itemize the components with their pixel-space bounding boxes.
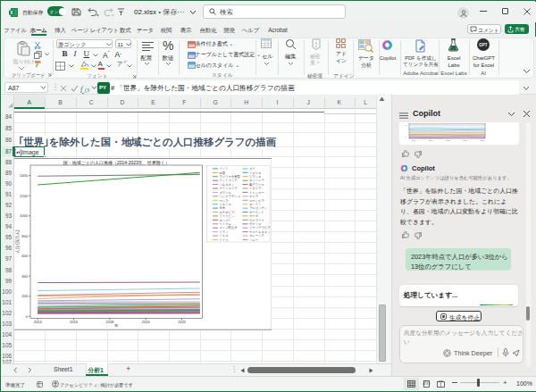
svg-text:フランス: フランス [248,175,260,179]
svg-text:f: f [80,84,84,93]
svg-text:40: 40 [405,124,407,126]
svg-text:2014: 2014 [412,139,417,141]
svg-text:パキスタン: パキスタン [218,183,234,187]
svg-text:タンザニア: タンザニア [248,179,264,182]
svg-text:2018: 2018 [446,139,451,141]
svg-text:2016: 2016 [429,139,434,141]
svg-text:スペイン: スペイン [248,203,261,206]
svg-text:1000: 1000 [20,213,29,218]
svg-text:2014: 2014 [33,320,42,324]
svg-text:2020: 2020 [463,139,468,141]
svg-text:ベトナム: ベトナム [219,222,231,226]
svg-text:1200: 1200 [20,194,29,198]
svg-text:コンゴ民主共: コンゴ民主共 [219,225,238,229]
svg-text:タイ: タイ [248,167,255,171]
svg-text:ドイツ: ドイツ [219,238,228,242]
svg-text:年: 年 [114,323,119,328]
svg-text:イラン: イラン [219,230,229,234]
svg-text:中国: 中国 [219,171,225,175]
svg-text:インドネシア: インドネシア [219,179,238,182]
svg-text:エジプト: エジプト [219,219,230,222]
svg-text:ミャンマー: ミャンマー [248,191,264,195]
svg-text:コロンビア: コロンビア [248,199,264,203]
svg-text:南アフリカ: 南アフリカ [248,183,264,187]
svg-text:モロッコ: モロッコ [248,222,260,226]
svg-text:日本: 日本 [219,206,225,210]
svg-text:バングラデシュ: バングラデシュ [218,195,240,198]
svg-text:400: 400 [21,274,28,279]
svg-text:800: 800 [21,234,28,238]
svg-text:(3: (3 [85,87,89,93]
svg-text:フィリピン: フィリピン [219,214,234,218]
svg-text:ブラジル: ブラジル [219,191,231,195]
svg-text:ポーランド: ポーランド [248,211,264,214]
svg-text:トルコ: トルコ [219,234,228,238]
svg-text:1400: 1400 [20,173,29,178]
svg-text:インド: インド [219,167,228,171]
svg-text:2022: 2022 [178,320,187,324]
svg-text:アルゼンチン: アルゼンチン [248,206,267,210]
svg-text:200: 200 [21,294,28,298]
svg-text:0: 0 [405,136,406,138]
svg-text:メキシコ: メキシコ [219,203,230,206]
svg-text:ウズベキスタン: ウズベキスタン [248,230,270,234]
svg-text:2020: 2020 [141,320,150,324]
svg-text:ウクライナ: ウクライナ [248,219,264,222]
svg-text:イタリア: イタリア [248,187,261,190]
svg-text:ロシア: ロシア [219,199,229,203]
svg-text:ナイジェリア: ナイジェリア [219,187,238,190]
svg-text:600: 600 [21,254,28,258]
svg-text:サウジアラビア: サウジアラビア [248,226,270,229]
svg-text:アメリカ合衆国: アメリカ合衆国 [219,175,239,179]
svg-text:2022: 2022 [480,139,485,141]
svg-text:ケニア: ケニア [248,195,258,198]
svg-text:カナダ: カナダ [248,214,258,218]
svg-text:マレーシア: マレーシア [248,234,264,238]
svg-text:2016: 2016 [70,320,79,324]
svg-text:2018: 2018 [105,320,114,324]
svg-text:イギリス: イギリス [248,171,260,175]
svg-text:エチオピア: エチオピア [219,211,234,214]
svg-text:ペルー: ペルー [248,238,257,242]
